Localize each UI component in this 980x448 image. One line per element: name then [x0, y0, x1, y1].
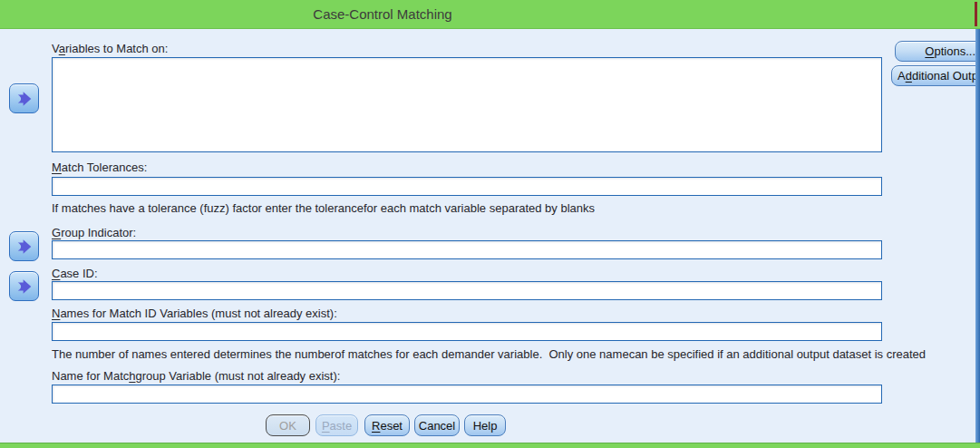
transfer-arrow-icon — [15, 90, 34, 108]
move-variables-button[interactable] — [9, 83, 39, 113]
transfer-arrow-icon — [15, 238, 34, 256]
dialog-titlebar[interactable]: Case-Control Matching — [0, 0, 980, 29]
match-id-names-input[interactable] — [52, 322, 882, 341]
cancel-button[interactable]: Cancel — [414, 414, 460, 436]
variables-to-match-listbox[interactable] — [52, 57, 882, 152]
ok-button[interactable]: OK — [266, 414, 310, 436]
case-id-input[interactable] — [52, 281, 882, 300]
group-indicator-label: Group Indicator: — [52, 226, 136, 239]
move-case-id-button[interactable] — [9, 271, 39, 301]
paste-button[interactable]: Paste — [315, 414, 358, 436]
names-hint-text: The number of names entered determines t… — [52, 347, 926, 361]
group-indicator-input[interactable] — [52, 240, 882, 259]
matchgroup-input[interactable] — [52, 385, 882, 404]
match-tolerances-label: Match Tolerances: — [52, 161, 147, 174]
dialog-title: Case-Control Matching — [0, 0, 765, 29]
close-button-edge-icon[interactable] — [975, 2, 977, 26]
match-tolerances-input[interactable] — [52, 177, 882, 196]
case-id-label: Case ID: — [52, 267, 98, 280]
match-id-names-label: Names for Match ID Variables (must not a… — [52, 307, 337, 320]
move-group-indicator-button[interactable] — [9, 231, 39, 261]
background-window-edge — [0, 443, 980, 448]
variables-to-match-label: Variables to Match on: — [52, 42, 168, 55]
tolerance-hint-text: If matches have a tolerance (fuzz) facto… — [52, 201, 595, 215]
right-window-edge — [975, 29, 980, 443]
options-button[interactable]: Options... — [895, 41, 980, 62]
transfer-arrow-icon — [15, 278, 34, 296]
matchgroup-label: Name for Matchgroup Variable (must not a… — [52, 369, 340, 383]
reset-button[interactable]: Reset — [364, 414, 410, 436]
case-control-matching-dialog: Case-Control Matching Variables to Match… — [0, 0, 980, 448]
additional-output-button[interactable]: Additional Output — [891, 65, 980, 86]
help-button[interactable]: Help — [464, 414, 506, 436]
